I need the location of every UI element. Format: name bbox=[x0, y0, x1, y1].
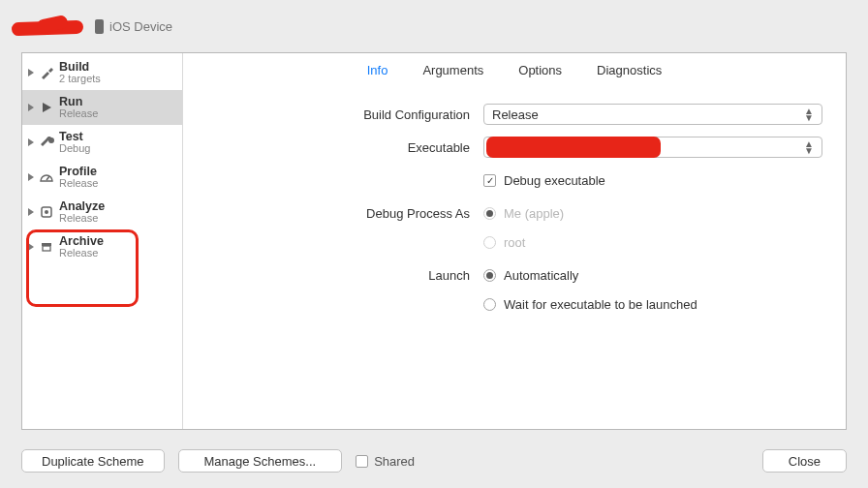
scheme-content: Info Arguments Options Diagnostics Build… bbox=[183, 53, 846, 429]
tab-arguments[interactable]: Arguments bbox=[422, 63, 483, 77]
debug-as-me-radio bbox=[483, 207, 496, 220]
footer-bar: Duplicate Scheme Manage Schemes... Share… bbox=[21, 449, 847, 473]
disclosure-triangle-icon[interactable] bbox=[28, 173, 34, 181]
sidebar-item-archive[interactable]: Archive Release bbox=[22, 229, 182, 264]
sidebar-item-subtitle: Release bbox=[59, 108, 98, 120]
disclosure-triangle-icon[interactable] bbox=[28, 69, 34, 76]
sidebar-item-run[interactable]: Run Release bbox=[22, 90, 182, 125]
play-icon bbox=[37, 98, 56, 117]
tab-options[interactable]: Options bbox=[518, 63, 562, 77]
debug-as-root-radio bbox=[483, 236, 496, 249]
build-config-label: Build Configuration bbox=[183, 107, 483, 122]
disclosure-triangle-icon[interactable] bbox=[28, 243, 34, 251]
device-label: iOS Device bbox=[109, 19, 172, 34]
toolbar: iOS Device bbox=[0, 0, 868, 39]
debug-as-root-label: root bbox=[504, 235, 525, 250]
sidebar-item-title: Run bbox=[59, 96, 98, 108]
build-config-select[interactable]: Release ▲▼ bbox=[483, 104, 822, 125]
executable-label: Executable bbox=[183, 140, 483, 155]
launch-label: Launch bbox=[183, 268, 483, 283]
sidebar-item-subtitle: Release bbox=[59, 213, 105, 225]
shared-toggle[interactable]: Shared bbox=[356, 454, 415, 469]
sidebar-item-title: Archive bbox=[59, 235, 104, 248]
tab-diagnostics[interactable]: Diagnostics bbox=[597, 63, 662, 77]
shared-checkbox[interactable] bbox=[356, 455, 368, 468]
redaction bbox=[486, 137, 661, 158]
phone-icon bbox=[95, 19, 104, 34]
sidebar-item-subtitle: Release bbox=[59, 248, 104, 259]
sidebar-item-title: Profile bbox=[59, 166, 98, 178]
launch-auto-label: Automatically bbox=[504, 268, 578, 283]
debug-as-label: Debug Process As bbox=[183, 206, 483, 221]
sidebar-item-title: Test bbox=[59, 131, 90, 143]
sidebar-item-subtitle: Debug bbox=[59, 143, 90, 155]
sidebar-item-build[interactable]: Build 2 targets bbox=[22, 55, 182, 90]
disclosure-triangle-icon[interactable] bbox=[28, 208, 34, 216]
disclosure-triangle-icon[interactable] bbox=[28, 104, 34, 111]
debug-executable-checkbox[interactable] bbox=[483, 174, 496, 187]
sidebar-item-subtitle: Release bbox=[59, 178, 98, 190]
analyze-icon bbox=[37, 202, 56, 222]
debug-executable-label: Debug executable bbox=[504, 173, 605, 188]
sidebar-item-title: Analyze bbox=[59, 200, 105, 213]
destination-picker[interactable]: iOS Device bbox=[95, 19, 172, 34]
close-button[interactable]: Close bbox=[762, 449, 847, 473]
svg-line-0 bbox=[46, 176, 49, 180]
sidebar-item-title: Build bbox=[59, 61, 101, 74]
info-form: Build Configuration Release ▲▼ Executabl… bbox=[183, 87, 846, 318]
tab-bar: Info Arguments Options Diagnostics bbox=[183, 53, 846, 87]
scheme-sidebar: Build 2 targets Run Release Test Debug bbox=[22, 53, 183, 429]
duplicate-scheme-button[interactable]: Duplicate Scheme bbox=[21, 449, 165, 473]
launch-auto-radio[interactable] bbox=[483, 269, 496, 282]
sidebar-item-profile[interactable]: Profile Release bbox=[22, 160, 182, 195]
updown-icon: ▲▼ bbox=[804, 107, 814, 121]
svg-point-2 bbox=[45, 210, 48, 214]
sidebar-item-subtitle: 2 targets bbox=[59, 74, 101, 85]
archive-icon bbox=[37, 237, 56, 257]
shared-label: Shared bbox=[374, 454, 415, 469]
updown-icon: ▲▼ bbox=[804, 140, 814, 154]
scheme-editor-panel: Build 2 targets Run Release Test Debug bbox=[21, 52, 847, 430]
svg-rect-4 bbox=[43, 246, 50, 251]
build-config-value: Release bbox=[492, 107, 539, 122]
sidebar-item-analyze[interactable]: Analyze Release bbox=[22, 195, 182, 229]
sidebar-item-test[interactable]: Test Debug bbox=[22, 125, 182, 160]
disclosure-triangle-icon[interactable] bbox=[28, 138, 34, 146]
hammer-icon bbox=[37, 63, 56, 82]
tab-info[interactable]: Info bbox=[367, 63, 388, 77]
launch-wait-label: Wait for executable to be launched bbox=[504, 297, 698, 312]
executable-select[interactable]: ▲▼ bbox=[483, 137, 822, 158]
debug-as-me-label: Me (apple) bbox=[504, 206, 564, 221]
launch-wait-radio[interactable] bbox=[483, 298, 496, 311]
gauge-icon bbox=[37, 168, 56, 187]
wrench-icon bbox=[37, 133, 56, 152]
manage-schemes-button[interactable]: Manage Schemes... bbox=[178, 449, 343, 473]
